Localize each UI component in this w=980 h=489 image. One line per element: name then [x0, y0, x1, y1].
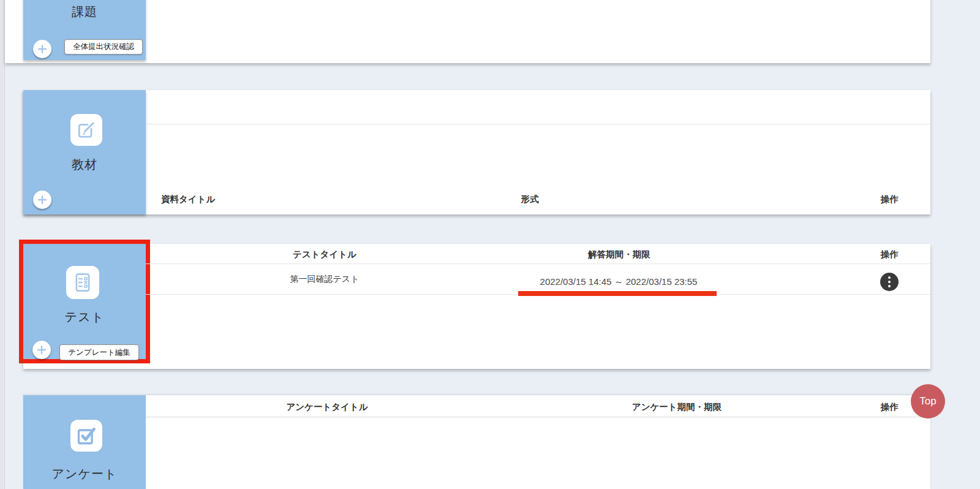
test-label: テスト — [23, 309, 146, 325]
section-kadai-card: 課題 全体提出状況確認 — [5, 0, 930, 63]
section-test-card: テスト テンプレート編集 テストタイトル 解答期間・期限 操作 第一回確認テスト… — [23, 244, 930, 369]
anketo-label: アンケート — [23, 466, 146, 482]
template-edit-button[interactable]: テンプレート編集 — [59, 344, 139, 360]
test-header-title: テストタイトル — [293, 249, 356, 260]
kyozai-header-row — [146, 90, 930, 124]
section-anketo-card: アンケート アンケートタイトル アンケート期間・期限 操作 — [23, 395, 930, 489]
add-kyozai-button[interactable] — [33, 191, 51, 209]
test-header-operations: 操作 — [881, 249, 899, 260]
kadai-label: 課題 — [23, 4, 146, 20]
pencil-square-icon — [70, 114, 102, 146]
anketo-header-operations: 操作 — [881, 401, 899, 413]
kyozai-header-operations: 操作 — [881, 194, 899, 205]
section-kyozai-card: 教材 資料タイトル /* fix: place kyozai header ve… — [23, 90, 930, 214]
add-test-button[interactable] — [32, 341, 51, 359]
test-row-title: 第一回確認テスト — [290, 274, 360, 285]
kadai-panel: 課題 全体提出状況確認 — [23, 0, 146, 60]
anketo-header-row — [146, 395, 930, 417]
checkbox-icon — [70, 420, 102, 452]
kyozai-header-format: 形式 — [521, 194, 539, 205]
test-panel: テスト テンプレート編集 — [23, 244, 146, 359]
anketo-header-title: アンケートタイトル — [286, 401, 368, 413]
anketo-panel: アンケート — [23, 395, 146, 489]
anketo-header-period: アンケート期間・期限 — [632, 401, 722, 413]
plus-icon — [36, 344, 47, 355]
kyozai-panel: 教材 — [23, 90, 146, 214]
add-kadai-button[interactable] — [33, 40, 51, 58]
test-row-period: 2022/03/15 14:45 ～ 2022/03/15 23:55 — [540, 276, 698, 288]
kebab-menu-icon — [888, 276, 891, 287]
overall-submission-status-button[interactable]: 全体提出状況確認 — [64, 39, 143, 55]
checklist-icon — [66, 266, 99, 299]
kyozai-label: 教材 — [23, 156, 146, 173]
test-header-period: 解答期間・期限 — [588, 249, 650, 260]
plus-icon — [37, 44, 48, 55]
scroll-to-top-button[interactable]: Top — [911, 384, 945, 419]
plus-icon — [37, 194, 48, 205]
period-underline-highlight — [518, 291, 717, 296]
kyozai-header-title: 資料タイトル — [161, 194, 215, 205]
test-row-operations-button[interactable] — [880, 273, 899, 291]
test-header-row — [146, 244, 930, 264]
test-table-row — [146, 263, 930, 295]
window-left-edge — [0, 0, 5, 489]
